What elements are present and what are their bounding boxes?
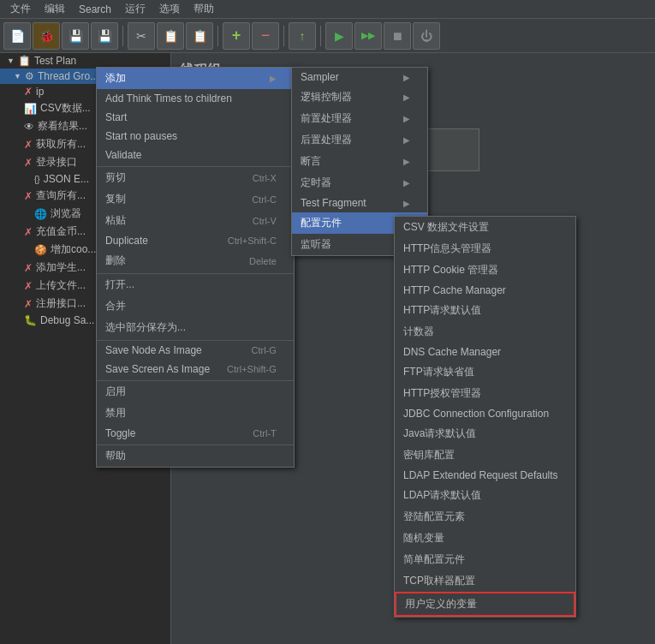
logic-label: 逻辑控制器 bbox=[301, 90, 352, 104]
ctx-item-save-screen[interactable]: Save Screen As Image Ctrl+Shift-G bbox=[97, 360, 294, 379]
ctx-user-vars-item[interactable]: 用户定义的变量 bbox=[395, 592, 575, 617]
cut-button[interactable]: ✂ bbox=[128, 22, 155, 50]
new-button[interactable]: 📄 bbox=[3, 22, 31, 50]
browser-label: 浏览器 bbox=[51, 206, 81, 221]
save-as-button[interactable]: 💾 bbox=[91, 22, 118, 50]
ctx-item-validate[interactable]: Validate bbox=[97, 146, 294, 164]
ctx-post-item[interactable]: 后置处理器 ▶ bbox=[292, 129, 427, 151]
paste-label: 粘贴 bbox=[105, 213, 126, 228]
run-button[interactable]: ▶ bbox=[325, 22, 353, 50]
ctx-timer-item[interactable]: 定时器 ▶ bbox=[292, 172, 427, 194]
ctx-http-header-item[interactable]: HTTP信息头管理器 bbox=[395, 238, 575, 259]
ctx-item-help[interactable]: 帮助 bbox=[97, 444, 294, 467]
ctx-ldap-ext-item[interactable]: LDAP Extended Request Defaults bbox=[395, 466, 575, 485]
ctx-fragment-item[interactable]: Test Fragment ▶ bbox=[292, 194, 427, 212]
menu-file[interactable]: 文件 bbox=[3, 0, 38, 18]
sampler-label: Sampler bbox=[301, 71, 339, 83]
threadgroup-icon: ⚙ bbox=[25, 70, 34, 82]
ctx-item-duplicate[interactable]: Duplicate Ctrl+Shift-C bbox=[97, 231, 294, 250]
ctx-http-default-item[interactable]: HTTP请求默认值 bbox=[395, 300, 575, 321]
ctx-dns-item[interactable]: DNS Cache Manager bbox=[395, 343, 575, 361]
ctx-item-cut[interactable]: 剪切 Ctrl-X bbox=[97, 166, 294, 188]
ctx-random-var-item[interactable]: 随机变量 bbox=[395, 528, 575, 549]
ctx-simple-config-item[interactable]: 简单配置元件 bbox=[395, 549, 575, 570]
ctx-item-copy[interactable]: 复制 Ctrl-C bbox=[97, 188, 294, 210]
menu-search[interactable]: Search bbox=[72, 2, 118, 17]
config-submenu: CSV 数据文件设置 HTTP信息头管理器 HTTP Cookie 管理器 HT… bbox=[394, 216, 576, 617]
toggle-shortcut: Ctrl-T bbox=[253, 428, 277, 438]
random-var-label: 随机变量 bbox=[403, 531, 444, 546]
paste-button[interactable]: 📋 bbox=[186, 22, 213, 50]
fragment-label: Test Fragment bbox=[301, 197, 366, 209]
delete-button[interactable]: − bbox=[252, 22, 279, 50]
ctx-http-auth-item[interactable]: HTTP授权管理器 bbox=[395, 383, 575, 404]
debug-button[interactable]: 🐞 bbox=[33, 22, 60, 50]
ctx-logic-item[interactable]: 逻辑控制器 ▶ bbox=[292, 86, 427, 108]
config-label: 配置元件 bbox=[301, 216, 342, 230]
run-no-pause-button[interactable]: ▶▶ bbox=[354, 22, 382, 50]
simple-config-label: 简单配置元件 bbox=[403, 552, 465, 567]
ctx-item-save-node[interactable]: Save Node As Image Ctrl-G bbox=[97, 340, 294, 360]
addstudent-label: 添加学生... bbox=[36, 260, 86, 275]
ctx-item-merge[interactable]: 合并 bbox=[97, 295, 294, 317]
ctx-jdbc-item[interactable]: JDBC Connection Configuration bbox=[395, 404, 575, 423]
ctx-keystore-item[interactable]: 密钥库配置 bbox=[395, 444, 575, 466]
json-icon: {} bbox=[34, 175, 40, 184]
ctx-item-toggle[interactable]: Toggle Ctrl-T bbox=[97, 424, 294, 443]
results-icon: 👁 bbox=[24, 121, 34, 133]
ldap-default-label: LDAP请求默认值 bbox=[403, 488, 481, 503]
copy-button[interactable]: 📋 bbox=[157, 22, 184, 50]
ctx-item-add[interactable]: 添加 ▶ bbox=[97, 68, 294, 89]
ctx-http-cookie-item[interactable]: HTTP Cookie 管理器 bbox=[395, 259, 575, 281]
stop-button[interactable]: ⏹ bbox=[384, 22, 411, 50]
register-icon: ✗ bbox=[24, 298, 33, 310]
ctx-pre-item[interactable]: 前置处理器 ▶ bbox=[292, 108, 427, 129]
ctx-sampler-item[interactable]: Sampler ▶ bbox=[292, 68, 427, 86]
enable-label: 启用 bbox=[105, 385, 126, 399]
ctx-http-cache-item[interactable]: HTTP Cache Manager bbox=[395, 281, 575, 300]
duplicate-shortcut: Ctrl+Shift-C bbox=[228, 236, 277, 246]
cut-label: 剪切 bbox=[105, 170, 126, 185]
ctx-item-open[interactable]: 打开... bbox=[97, 273, 294, 295]
go-up-button[interactable]: ↑ bbox=[289, 22, 316, 50]
menu-edit[interactable]: 编辑 bbox=[38, 0, 72, 18]
ctx-item-start-no-pauses[interactable]: Start no pauses bbox=[97, 127, 294, 146]
add-button[interactable]: + bbox=[223, 22, 250, 50]
ctx-item-add-think[interactable]: Add Think Times to children bbox=[97, 89, 294, 108]
delete-label: 删除 bbox=[105, 253, 126, 268]
ctx-item-delete[interactable]: 删除 Delete bbox=[97, 250, 294, 271]
ctx-counter-item[interactable]: 计数器 bbox=[395, 321, 575, 343]
ctx-ldap-default-item[interactable]: LDAP请求默认值 bbox=[395, 485, 575, 506]
menu-help[interactable]: 帮助 bbox=[187, 0, 221, 18]
ctx-item-save-selected[interactable]: 选中部分保存为... bbox=[97, 317, 294, 338]
counter-label: 计数器 bbox=[403, 325, 434, 339]
http-default-label: HTTP请求默认值 bbox=[403, 303, 481, 318]
ctx-item-disable[interactable]: 禁用 bbox=[97, 402, 294, 424]
ctx-csv-item[interactable]: CSV 数据文件设置 bbox=[395, 217, 575, 238]
ctx-assert-item[interactable]: 断言 ▶ bbox=[292, 151, 427, 172]
csv-icon: 📊 bbox=[24, 103, 37, 115]
add-think-label: Add Think Times to children bbox=[105, 92, 232, 104]
post-label: 后置处理器 bbox=[301, 133, 352, 147]
open-label: 打开... bbox=[105, 277, 134, 292]
timer-label: 定时器 bbox=[301, 176, 331, 190]
assert-arrow-icon: ▶ bbox=[403, 157, 410, 166]
fragment-arrow-icon: ▶ bbox=[403, 199, 410, 208]
ctx-tcp-sampler-item[interactable]: TCP取样器配置 bbox=[395, 570, 575, 592]
save-button[interactable]: 💾 bbox=[62, 22, 89, 50]
ctx-item-enable[interactable]: 启用 bbox=[97, 380, 294, 402]
add-arrow-icon: ▶ bbox=[270, 74, 277, 83]
menu-options[interactable]: 选项 bbox=[152, 0, 187, 18]
shutdown-button[interactable]: ⏻ bbox=[413, 22, 440, 50]
ctx-item-paste[interactable]: 粘贴 Ctrl-V bbox=[97, 210, 294, 231]
ctx-login-config-item[interactable]: 登陆配置元素 bbox=[395, 506, 575, 528]
start-label: Start bbox=[105, 111, 127, 123]
ip-label: ip bbox=[36, 86, 44, 98]
menu-run[interactable]: 运行 bbox=[118, 0, 152, 18]
ctx-java-default-item[interactable]: Java请求默认值 bbox=[395, 423, 575, 444]
ctx-ftp-item[interactable]: FTP请求缺省值 bbox=[395, 361, 575, 383]
dns-label: DNS Cache Manager bbox=[403, 346, 501, 358]
save-node-shortcut: Ctrl-G bbox=[252, 345, 277, 355]
ctx-item-start[interactable]: Start bbox=[97, 108, 294, 127]
http-header-label: HTTP信息头管理器 bbox=[403, 242, 491, 256]
